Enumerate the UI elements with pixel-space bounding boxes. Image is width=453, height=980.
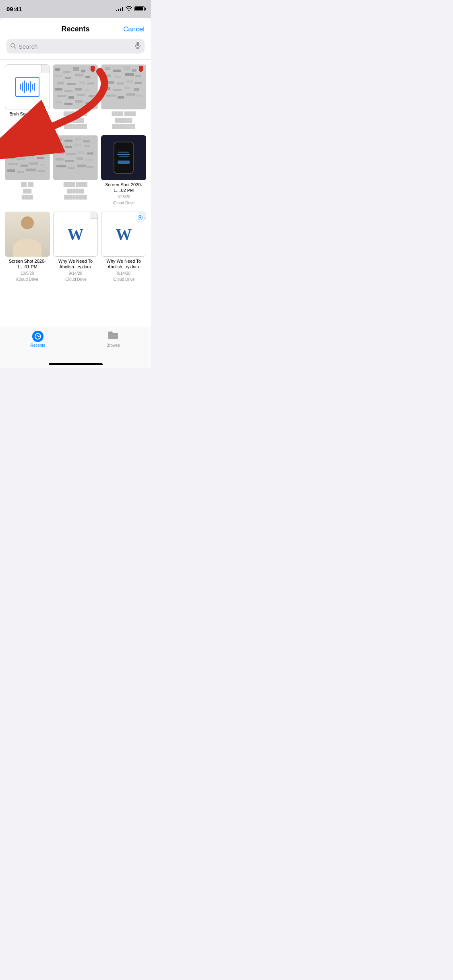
svg-rect-68 <box>8 163 18 165</box>
browse-tab-icon <box>107 330 119 342</box>
file-date: ██████ <box>67 189 84 193</box>
file-source: ████ <box>22 195 33 199</box>
svg-rect-58 <box>28 142 35 145</box>
svg-rect-26 <box>77 94 85 96</box>
svg-rect-71 <box>40 164 46 166</box>
list-item[interactable]: ██ ██ ███ ████ <box>5 135 50 205</box>
mic-icon[interactable] <box>135 42 141 51</box>
file-thumbnail: W <box>101 212 146 257</box>
svg-rect-86 <box>66 153 76 155</box>
svg-rect-25 <box>68 96 74 99</box>
list-item[interactable]: Bruh Sound Effect Yesterday iCloud Drive <box>5 64 50 129</box>
list-item[interactable]: W Why We Need To Abolish...ry.docx 9/14/… <box>53 212 98 282</box>
status-time: 09:41 <box>6 6 22 12</box>
status-icons <box>116 6 145 12</box>
list-item[interactable]: ████ ████ ██████ ████████ <box>53 135 98 205</box>
file-date: ███ <box>23 189 31 193</box>
recents-tab-label: Recents <box>30 343 45 348</box>
file-name: ████ ████ <box>112 111 135 116</box>
svg-rect-18 <box>79 81 85 84</box>
svg-rect-66 <box>28 156 34 159</box>
waveform-icon <box>15 77 39 97</box>
svg-rect-76 <box>53 136 97 180</box>
svg-rect-40 <box>135 75 141 77</box>
svg-rect-45 <box>104 87 110 90</box>
status-bar: 09:41 <box>0 0 151 18</box>
audio-file-icon <box>5 64 50 109</box>
file-date: ██████ <box>67 118 84 122</box>
svg-rect-28 <box>55 101 62 103</box>
browse-tab-label: Browse <box>107 343 120 348</box>
word-icon: W <box>116 225 132 244</box>
tab-bar: Recents Browse <box>0 327 151 360</box>
svg-rect-73 <box>17 171 24 173</box>
svg-rect-87 <box>77 151 85 154</box>
svg-rect-91 <box>77 157 83 160</box>
file-thumbnail <box>53 135 98 180</box>
cancel-button[interactable]: Cancel <box>123 25 145 33</box>
redacted-preview <box>53 65 97 109</box>
list-item[interactable]: ████ ████ ██████ ████████ <box>101 64 146 129</box>
list-item[interactable]: Screen Shot 2020-1....01 PM 10/5/20 iClo… <box>5 212 50 282</box>
file-date: Yesterday <box>19 118 36 123</box>
screenshot-icon <box>101 135 146 180</box>
svg-rect-67 <box>37 157 44 159</box>
search-placeholder: Search <box>19 43 132 50</box>
svg-rect-88 <box>87 152 93 154</box>
svg-rect-54 <box>7 138 10 140</box>
file-source: iCloud Drive <box>113 277 134 282</box>
svg-rect-43 <box>126 80 133 83</box>
svg-rect-48 <box>134 88 139 91</box>
file-name: Screen Shot 2020-1....01 PM <box>5 258 50 270</box>
folder-icon <box>108 331 118 342</box>
list-item[interactable]: W Why We Need To Abolish...ry.docx 9/14/… <box>101 212 146 282</box>
svg-rect-79 <box>75 138 81 141</box>
svg-rect-77 <box>56 138 62 141</box>
svg-rect-7 <box>55 68 60 71</box>
svg-rect-51 <box>126 93 135 96</box>
tab-browse[interactable]: Browse <box>76 330 151 348</box>
svg-rect-63 <box>38 151 44 153</box>
file-source: ████████ <box>112 124 135 128</box>
svg-rect-8 <box>63 71 70 73</box>
svg-rect-16 <box>57 82 64 84</box>
svg-line-1 <box>14 47 16 48</box>
file-name: Bruh Sound Effect <box>9 111 45 117</box>
wifi-icon <box>126 6 132 12</box>
svg-rect-19 <box>87 82 94 84</box>
file-source: iCloud Drive <box>17 277 38 282</box>
svg-rect-93 <box>56 165 66 167</box>
file-source: iCloud Drive <box>64 277 86 282</box>
file-date: 9/14/20 <box>69 271 82 276</box>
upload-badge <box>136 214 144 222</box>
redacted-preview <box>5 136 50 180</box>
svg-rect-30 <box>75 100 83 103</box>
svg-rect-37 <box>104 74 111 77</box>
svg-rect-46 <box>113 89 122 91</box>
main-container: Recents Cancel Search <box>0 18 151 327</box>
file-source: iCloud Drive <box>17 124 38 129</box>
file-name: Why We Need To Abolish...ry.docx <box>53 258 98 270</box>
file-name: ████ ████ <box>64 182 87 187</box>
svg-rect-55 <box>11 138 14 140</box>
file-source: iCloud Drive <box>113 201 134 205</box>
svg-rect-23 <box>85 89 89 91</box>
file-thumbnail <box>53 64 98 109</box>
svg-rect-17 <box>67 83 76 85</box>
svg-rect-65 <box>17 158 25 160</box>
search-icon <box>10 43 16 50</box>
search-bar[interactable]: Search <box>6 39 145 54</box>
word-doc-icon: W <box>101 212 146 257</box>
list-item[interactable]: Screen Shot 2020-1....02 PM 10/5/20 iClo… <box>101 135 146 205</box>
svg-rect-84 <box>85 145 90 147</box>
clock-circle-icon <box>32 331 43 342</box>
file-date: 10/5/20 <box>21 271 34 276</box>
list-item[interactable]: ████ ████ ██████ ████████ <box>53 64 98 129</box>
file-date: 10/5/20 <box>117 195 130 199</box>
redacted-preview <box>53 136 97 180</box>
tab-recents[interactable]: Recents <box>0 330 76 348</box>
svg-rect-50 <box>118 96 124 99</box>
battery-icon <box>134 6 145 11</box>
svg-rect-27 <box>89 95 94 97</box>
signal-icon <box>116 6 123 11</box>
